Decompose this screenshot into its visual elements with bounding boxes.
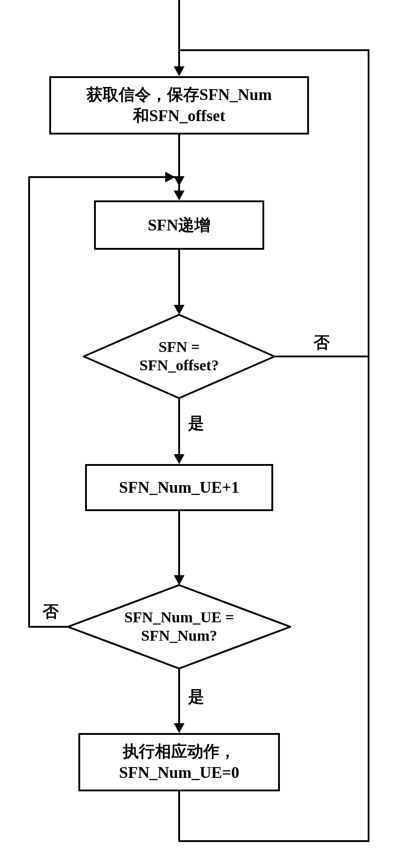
box-sfn-num-ue-inc: SFN_Num_UE+1 (85, 464, 273, 511)
arrow-2-d1-head (174, 305, 185, 315)
flowchart-container: 获取信令，保存SFN_Num 和SFN_offset SFN递增 SFN = S… (0, 0, 412, 868)
box-get-signaling: 获取信令，保存SFN_Num 和SFN_offset (49, 76, 309, 135)
arrow-d1-no-v (368, 49, 369, 357)
arrow-exit-h (178, 840, 369, 842)
arrow-exit-v2 (368, 356, 369, 842)
label-d1-yes: 是 (188, 412, 204, 434)
box-execute-action: 执行相应动作， SFN_Num_UE=0 (78, 733, 280, 791)
arrow-d2-yes-head (174, 723, 185, 733)
arrow-d2-no-h2 (28, 176, 176, 178)
label-d1-no: 否 (313, 332, 330, 354)
arrow-d1-yes (178, 399, 180, 456)
box-sfn-increment: SFN递增 (94, 200, 264, 250)
arrow-entry-head (174, 66, 185, 76)
arrow-3-d2-head (174, 575, 185, 585)
arrow-d2-no-h2-head (165, 172, 175, 182)
arrow-d2-no-v (28, 176, 30, 628)
arrow-exit-v (178, 791, 180, 842)
decision-sfn-offset: SFN = SFN_offset? (83, 314, 275, 399)
decision-sfn-num: SFN_Num_UE = SFN_Num? (67, 584, 291, 669)
arrow-entry (178, 0, 180, 66)
arrow-2-d1 (178, 250, 180, 307)
arrow-d1-no-h (275, 356, 369, 357)
arrow-d2-no-h (28, 626, 69, 628)
arrow-3-d2 (178, 511, 180, 577)
box-get-signaling-text: 获取信令，保存SFN_Num 和SFN_offset (86, 84, 272, 126)
label-d2-no: 否 (43, 601, 59, 623)
box-sfn-increment-text: SFN递增 (148, 215, 210, 236)
decision-sfn-num-text: SFN_Num_UE = SFN_Num? (124, 608, 234, 645)
arrow-d2-yes (178, 669, 180, 725)
label-d2-yes: 是 (188, 686, 204, 708)
arrow-d1-no-h2 (179, 49, 369, 51)
arrow-1-2-head (174, 191, 185, 200)
box-sfn-num-ue-inc-text: SFN_Num_UE+1 (119, 477, 240, 498)
decision-sfn-offset-text: SFN = SFN_offset? (139, 338, 219, 375)
arrow-d1-yes-head (174, 454, 185, 464)
box-execute-action-text: 执行相应动作， SFN_Num_UE=0 (119, 741, 240, 783)
